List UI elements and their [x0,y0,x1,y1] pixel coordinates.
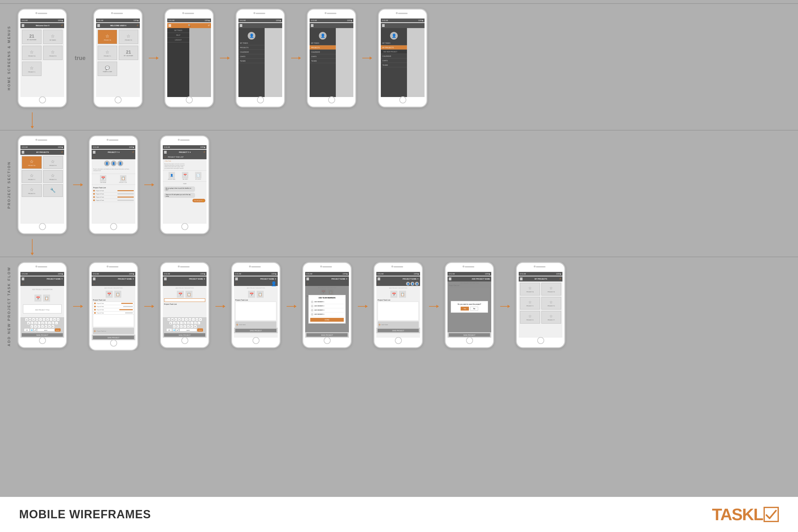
final-proj-e[interactable]: ☆ PROJECT E [520,311,540,324]
nav6-calendar[interactable]: CALENDAR [381,54,407,58]
dialog-yes-btn[interactable]: Yes [461,307,469,310]
home-tile-calendar[interactable]: 21 MY CALENDAR [22,30,41,44]
save-project-btn-3[interactable]: SAVE PROJECT [164,333,205,337]
proj-tile-b[interactable]: ☆ PROJECT B [43,156,63,169]
menu-settings[interactable]: SETTINGS [167,28,189,33]
home-tile-proj-b-2[interactable]: ☆ PROJECT B [119,30,138,44]
nav6-my-projects[interactable]: MY PROJECTS [381,45,407,50]
member-4[interactable]: ADD MEMBER 4 [310,312,343,317]
final-proj-a[interactable]: ☆ PROJECT A [520,283,540,296]
form-icon-cal[interactable]: 📅 [35,294,41,302]
key-return[interactable]: return [55,328,61,331]
home-tile-proj-c-2[interactable]: ☆ PROJECT C [98,46,117,60]
key-w[interactable]: W [28,318,32,321]
home-tile-project-c[interactable]: ☆ PROJECT C [22,62,41,76]
hamburger-icon-16[interactable] [449,278,451,280]
proj-tile-e[interactable]: ☆ PROJECT E [22,184,42,197]
home-tile-tasks[interactable]: ☆ MY TASKS [43,30,62,44]
detail-project-list[interactable]: 📋 PROJECT LIST [119,175,127,183]
footer-title: MOBILE WIREFRAMES [19,508,151,521]
hamburger-icon-10[interactable] [22,278,24,280]
nav6-chats[interactable]: CHATS [381,58,407,63]
nav-teams[interactable]: TEAMS [239,59,265,63]
nav6-add-project[interactable]: ADD NEW PROJECT [381,50,407,54]
hamburger-icon-7[interactable] [22,151,24,153]
hamburger-icon-2[interactable] [97,24,100,27]
save-project-btn-1[interactable]: SAVE PROJECT [22,333,63,337]
hamburger-icon-13[interactable] [235,278,238,280]
key-r[interactable]: R [35,318,39,321]
form-icon-cal-2[interactable]: 📅 [106,291,113,298]
team-label: TEAM [163,182,207,185]
key-i[interactable]: I [50,318,53,321]
hamburger-icon-6[interactable] [382,24,385,27]
member-1[interactable]: ADD MEMBER 1 [310,300,343,304]
chat-icon-assign[interactable]: 👤 ASSIGN TASK [168,172,175,180]
task-item-2[interactable]: Project & Task [93,192,134,196]
home-tile-project-a[interactable]: ☆ PROJECT A [22,46,41,60]
final-proj-b[interactable]: ☆ PROJECT B [542,283,562,296]
hamburger-icon-9[interactable] [164,151,167,153]
nav5-projects[interactable]: PROJECTS [310,45,336,50]
hamburger-icon-3[interactable] [169,24,171,27]
nav5-my-tasks[interactable]: MY TASKS [310,41,336,45]
nav5-calendar[interactable]: CALENDAR [310,50,336,54]
final-proj-f[interactable]: ☆ PROJECT F [542,311,562,324]
form-icon-proj-2[interactable]: 📋 [114,291,121,298]
hamburger-icon-17[interactable] [520,278,522,280]
nav5-chats[interactable]: CHATS [310,54,336,59]
key-p[interactable]: P [57,318,60,321]
member-2[interactable]: ADD MEMBER 2 [310,304,343,308]
dialog-no-btn[interactable]: No [470,307,478,310]
task-item-3[interactable]: Project & Task [93,196,134,199]
key-y[interactable]: Y [42,318,46,321]
hamburger-icon-14[interactable] [306,278,309,280]
hamburger-icon-4[interactable] [240,24,242,27]
chat-icon-docs[interactable]: 📄 UPL DOCS [195,172,202,180]
hamburger-icon-15[interactable] [378,278,380,280]
nav6-my-tasks[interactable]: MY TASKS [381,41,407,45]
nav-my-tasks[interactable]: MY TASKS [239,41,265,45]
proj-tile-f[interactable]: 🔧 [43,184,63,197]
final-proj-d[interactable]: ☆ PROJECT D [542,297,562,309]
key-u[interactable]: U [46,318,49,321]
home-tile-cal-2[interactable]: 21 MY CALENDAR [119,46,138,60]
proj-tile-d[interactable]: ☆ PROJECT D [43,170,63,183]
nav5-teams[interactable]: TEAMS [310,59,336,63]
save-project-btn-2[interactable]: SAVE PROJECT [93,336,134,339]
final-proj-c[interactable]: ☆ PROJECT C [520,297,540,309]
nav-calendar[interactable]: CALENDAR [239,50,265,54]
save-project-btn-4[interactable]: SAVE PROJECT [235,329,277,332]
home-tile-teams[interactable]: 💬 TEAMS & CHAT [98,62,117,76]
key-return-3[interactable]: return [197,328,203,331]
detail-calendar[interactable]: 📅 CALENDAR [100,175,106,183]
hamburger-icon-12[interactable] [164,278,167,280]
key-e[interactable]: E [32,318,35,321]
menu-logout[interactable]: LOGOUT [167,38,189,42]
nav-chats[interactable]: CHATS [239,54,265,59]
member-3[interactable]: ADD MEMBER 3 [310,308,343,312]
nav-projects[interactable]: PROJECTS [239,45,265,50]
add-project-title-input[interactable]: ADD PROJECT TITLE [23,304,62,314]
key-q[interactable]: Q [25,318,28,321]
task-input-field[interactable]: | [164,298,205,302]
key-t[interactable]: T [39,318,42,321]
form-icon-proj[interactable]: 📋 [43,294,50,302]
nav6-teams[interactable]: TEAMS [381,63,407,67]
key-o[interactable]: O [53,318,56,321]
hamburger-icon-1[interactable] [22,24,24,27]
hamburger-icon-5[interactable] [311,24,314,27]
home-tile-project-b[interactable]: ☆ PROJECT B [43,46,62,60]
proj-tile-a[interactable]: ☆ PROJECT A [22,156,42,169]
chat-icon-calendar[interactable]: 📅 CAL DAYS [182,172,188,180]
home-tile-proj-a-2[interactable]: ☆ PROJECT A [98,30,117,44]
task-item-1[interactable]: Project & Task [93,189,134,192]
proj-tile-c[interactable]: ☆ PROJECT C [22,170,42,183]
done-btn[interactable]: DONE [310,318,343,322]
hamburger-icon-11[interactable] [93,278,95,280]
hamburger-icon-8[interactable] [93,151,95,153]
menu-help[interactable]: HELP [167,33,189,38]
task-item-4[interactable]: Project & Task [93,199,134,202]
save-project-btn-6[interactable]: SAVE PROJECT [378,329,419,332]
new-task-btn[interactable]: + New Task [163,159,207,163]
